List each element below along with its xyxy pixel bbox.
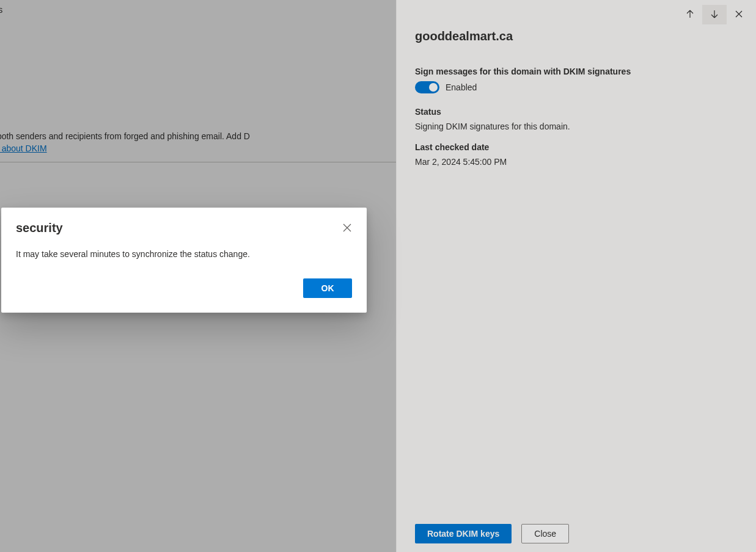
panel-header-actions	[678, 5, 751, 24]
side-panel: gooddealmart.ca Sign messages for this d…	[396, 0, 756, 552]
modal-close-button[interactable]	[337, 219, 357, 238]
arrow-up-icon	[685, 9, 695, 21]
dkim-toggle[interactable]	[415, 81, 439, 93]
security-modal: security It may take several minutes to …	[1, 208, 367, 313]
section-description: cation process that can help protect bot…	[0, 131, 409, 154]
panel-close-button[interactable]	[727, 5, 751, 24]
close-icon	[343, 223, 351, 234]
last-checked-value: Mar 2, 2024 5:45:00 PM	[415, 157, 736, 167]
modal-header: security	[16, 221, 352, 238]
modal-ok-button[interactable]: OK	[303, 278, 352, 298]
status-block: Status Signing DKIM signatures for this …	[415, 107, 736, 131]
status-label: Status	[415, 107, 736, 117]
toggle-knob	[429, 83, 438, 92]
section-header: Mail (DKIM)	[0, 100, 396, 120]
last-checked-label: Last checked date	[415, 142, 736, 152]
close-icon	[734, 9, 744, 21]
rotate-dkim-keys-button[interactable]: Rotate DKIM keys	[415, 524, 512, 543]
dkim-toggle-state: Enabled	[446, 82, 477, 92]
next-button[interactable]	[702, 5, 727, 24]
modal-title: security	[16, 221, 63, 235]
dkim-toggle-row: Enabled	[415, 81, 736, 93]
modal-body: It may take several minutes to synchroni…	[16, 249, 352, 259]
page-title: settings	[0, 44, 396, 64]
panel-title: gooddealmart.ca	[415, 29, 736, 43]
modal-footer: OK	[16, 278, 352, 298]
panel-body: gooddealmart.ca Sign messages for this d…	[397, 0, 756, 167]
close-button[interactable]: Close	[521, 524, 569, 543]
dkim-sign-label: Sign messages for this domain with DKIM …	[415, 67, 736, 76]
learn-more-link[interactable]: Learn more about DKIM	[0, 143, 47, 153]
last-checked-block: Last checked date Mar 2, 2024 5:45:00 PM	[415, 142, 736, 167]
previous-button[interactable]	[678, 5, 702, 24]
arrow-down-icon	[710, 9, 719, 21]
panel-footer: Rotate DKIM keys Close	[415, 524, 569, 543]
breadcrumb-text: ntication settings	[0, 5, 2, 15]
breadcrumb: ntication settings	[0, 0, 396, 20]
description-fragment: cation process that can help protect bot…	[0, 131, 250, 141]
status-value: Signing DKIM signatures for this domain.	[415, 122, 736, 131]
